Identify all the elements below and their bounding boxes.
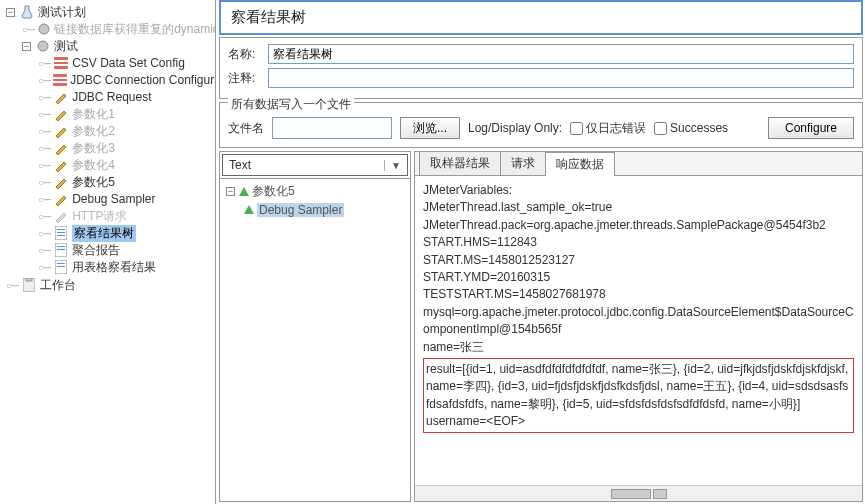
successes-checkbox[interactable]: Successes <box>654 121 728 135</box>
tree-item-label: JDBC Request <box>72 90 151 104</box>
connector-icon: ○─ <box>38 143 51 154</box>
tree-item[interactable]: ○─ 参数化1 <box>6 106 215 122</box>
form-area: 名称: 注释: <box>219 37 863 99</box>
success-icon <box>239 187 249 196</box>
connector-icon: ○─ <box>22 24 35 35</box>
svg-rect-5 <box>53 74 67 86</box>
tree-item[interactable]: ○─ 聚合报告 <box>6 242 215 258</box>
tree-item[interactable]: ○─ 链接数据库获得重复的dynamic <box>6 21 215 37</box>
connector-icon: ○─ <box>38 75 51 86</box>
tab-request[interactable]: 请求 <box>500 151 546 175</box>
svg-point-0 <box>39 24 49 34</box>
response-line: JMeterThread.last_sample_ok=true <box>423 199 854 216</box>
tree-item[interactable]: ○─ HTTP请求 <box>6 208 215 224</box>
comment-input[interactable] <box>268 68 854 88</box>
clipboard-icon <box>21 277 37 293</box>
chevron-down-icon: ▼ <box>384 160 401 171</box>
tree-item-label: Debug Sampler <box>72 192 155 206</box>
tree-item-label: 工作台 <box>40 277 76 294</box>
svg-rect-4 <box>54 64 68 66</box>
highlighted-result: result=[{id=1, uid=asdfdfdfdfdfdfdf, nam… <box>423 358 854 434</box>
tree-item-label: 测试 <box>54 38 78 55</box>
page-icon <box>53 225 69 241</box>
tree-item-label: 参数化1 <box>72 106 115 123</box>
connector-icon: ○─ <box>38 262 51 273</box>
pen-icon <box>53 157 69 173</box>
filename-input[interactable] <box>272 117 392 139</box>
svg-rect-2 <box>54 57 68 69</box>
errors-only-checkbox[interactable]: 仅日志错误 <box>570 120 646 137</box>
tree-item[interactable]: − 测试 <box>6 38 215 54</box>
connector-icon: ○─ <box>38 211 51 222</box>
response-line: START.MS=1458012523127 <box>423 252 854 269</box>
tree-root[interactable]: − 测试计划 <box>6 4 215 20</box>
tree-item[interactable]: ○─ JDBC Request <box>6 89 215 105</box>
tree-item[interactable]: ○─ 参数化5 <box>6 174 215 190</box>
tree-item-label: 用表格察看结果 <box>72 259 156 276</box>
connector-icon: ○─ <box>38 109 51 120</box>
response-line: name=张三 <box>423 339 854 356</box>
tree-item-label: HTTP请求 <box>72 208 127 225</box>
svg-point-1 <box>38 41 48 51</box>
connector-icon: ○─ <box>38 92 51 103</box>
tree-item[interactable]: ○─ 参数化3 <box>6 140 215 156</box>
gear-icon <box>37 21 51 37</box>
tree-item[interactable]: ○─ 参数化2 <box>6 123 215 139</box>
horizontal-scrollbar[interactable] <box>415 485 862 501</box>
tree-item-active[interactable]: ○─ 察看结果树 <box>6 225 215 241</box>
tree-item-label: 链接数据库获得重复的dynamic <box>54 21 216 38</box>
view-format-dropdown[interactable]: Text ▼ <box>222 154 408 176</box>
collapse-icon[interactable]: − <box>226 187 235 196</box>
tree-item-label: 参数化3 <box>72 140 115 157</box>
pen-icon <box>53 123 69 139</box>
csv-icon <box>53 55 69 71</box>
result-label: Debug Sampler <box>257 203 344 217</box>
result-tree-item[interactable]: Debug Sampler <box>226 201 404 218</box>
connector-icon: ○─ <box>38 58 51 69</box>
csv-icon <box>53 72 67 88</box>
svg-rect-16 <box>57 263 65 264</box>
svg-rect-3 <box>54 60 68 62</box>
tab-response-data[interactable]: 响应数据 <box>545 152 615 176</box>
tree-item[interactable]: ○─ 参数化4 <box>6 157 215 173</box>
tree-item-label: 参数化4 <box>72 157 115 174</box>
tree-item[interactable]: ○─ 用表格察看结果 <box>6 259 215 275</box>
success-icon <box>244 205 254 214</box>
browse-button[interactable]: 浏览... <box>400 117 460 139</box>
connector-icon: ○─ <box>38 228 51 239</box>
connector-icon: ○─ <box>38 126 51 137</box>
collapse-icon[interactable]: − <box>22 42 31 51</box>
response-line: result=[{id=1, uid=asdfdfdfdfdfdfdf, nam… <box>426 361 851 413</box>
result-label: 参数化5 <box>252 183 295 200</box>
svg-rect-11 <box>57 235 65 236</box>
scrollbar-arrow-icon[interactable] <box>653 489 667 499</box>
response-line: username=<EOF> <box>426 413 851 430</box>
response-line: JMeterThread.pack=org.apache.jmeter.thre… <box>423 217 854 234</box>
result-detail-pane: 取样器结果 请求 响应数据 JMeterVariables: JMeterThr… <box>414 151 863 502</box>
flask-icon <box>19 4 35 20</box>
tree-item-label: JDBC Connection Configurat <box>70 73 216 87</box>
tab-sampler-result[interactable]: 取样器结果 <box>419 151 501 175</box>
name-input[interactable] <box>268 44 854 64</box>
scrollbar-thumb[interactable] <box>611 489 651 499</box>
pen-icon <box>53 140 69 156</box>
result-tree-item[interactable]: − 参数化5 <box>226 183 404 200</box>
collapse-icon[interactable]: − <box>6 8 15 17</box>
gear-icon <box>35 38 51 54</box>
tree-item[interactable]: ○─ JDBC Connection Configurat <box>6 72 215 88</box>
file-group-legend: 所有数据写入一个文件 <box>228 96 354 113</box>
tree-item[interactable]: ○─ Debug Sampler <box>6 191 215 207</box>
connector-icon: ○─ <box>6 280 19 291</box>
connector-icon: ○─ <box>38 177 51 188</box>
connector-icon: ○─ <box>38 245 51 256</box>
tree-item[interactable]: ○─ CSV Data Set Config <box>6 55 215 71</box>
tree-item-label: 聚合报告 <box>72 242 120 259</box>
file-output-group: 所有数据写入一个文件 文件名 浏览... Log/Display Only: 仅… <box>219 102 863 148</box>
tree-workbench[interactable]: ○─ 工作台 <box>6 277 215 293</box>
results-list-pane: Text ▼ − 参数化5 Debug Sampler <box>219 151 411 502</box>
logdisplay-label: Log/Display Only: <box>468 121 562 135</box>
configure-button[interactable]: Configure <box>768 117 854 139</box>
pen-icon <box>53 174 69 190</box>
response-body[interactable]: JMeterVariables: JMeterThread.last_sampl… <box>415 176 862 485</box>
pen-icon <box>53 208 69 224</box>
